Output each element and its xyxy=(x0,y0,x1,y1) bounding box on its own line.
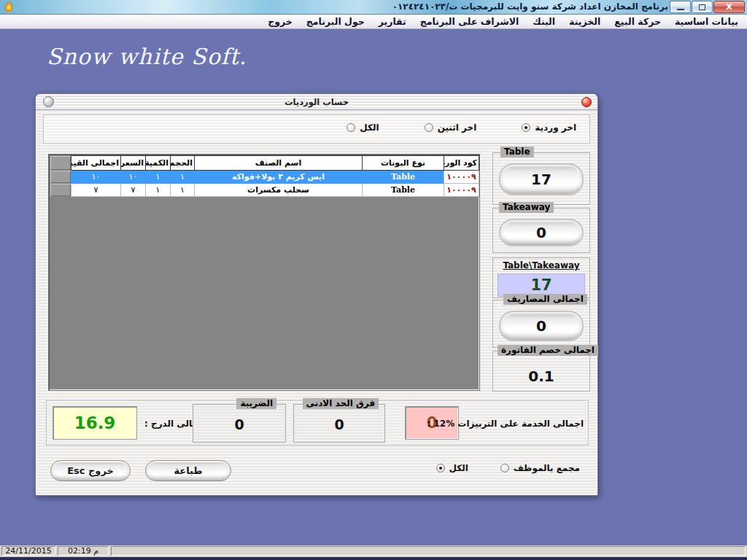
col-record-selector xyxy=(50,156,71,171)
radio-grouped-by-employee[interactable]: مجمع بالموظف xyxy=(500,463,580,473)
menu-item-treasury[interactable]: الخزينة xyxy=(569,16,600,27)
invoice-discount-value: 0.1 xyxy=(493,368,589,385)
menu-item-about[interactable]: حول البرنامج xyxy=(306,16,365,27)
table-header-row: كود الوردية نوع البونات اسم الصنف الحجم … xyxy=(50,156,479,171)
window-title: برنامج المخازن اعداد شركة سنو وايت للبرم… xyxy=(392,1,668,12)
radio-icon xyxy=(347,123,355,132)
expenses-label: اجمالى المصاريف xyxy=(503,294,587,305)
minimize-button[interactable] xyxy=(670,1,691,13)
radio-all-label: الكل xyxy=(360,122,379,133)
min-diff-value: 0 xyxy=(294,416,384,432)
col-shift-code: كود الوردية xyxy=(444,156,479,171)
cell-qty: ١ xyxy=(146,184,171,197)
radio-icon xyxy=(436,464,445,472)
app-flame-icon xyxy=(2,1,15,14)
table-total-group: Table 17 xyxy=(492,152,590,205)
takeaway-total-label: Takeaway xyxy=(499,202,554,213)
status-date: 24/11/2015 xyxy=(1,546,55,556)
radio-last-shift[interactable]: اخر وردية xyxy=(522,122,576,133)
cell-shift-code: ١٠٠٠٠٩ xyxy=(444,171,479,184)
os-titlebar: برنامج المخازن اعداد شركة سنو وايت للبرم… xyxy=(0,0,747,15)
print-button[interactable]: طباعة xyxy=(145,460,231,481)
combo-label: Table\Takeaway xyxy=(493,260,589,271)
cell-total: ٧ xyxy=(71,184,121,197)
takeaway-total-group: Takeaway 0 xyxy=(492,208,590,253)
cell-total: ١٠ xyxy=(71,171,121,184)
cell-record-selector xyxy=(50,184,71,197)
table-total-value: 17 xyxy=(499,163,584,195)
menu-item-reports[interactable]: تقارير xyxy=(379,16,406,27)
radio-footer-all[interactable]: الكل xyxy=(436,463,468,473)
menu-item-basic-data[interactable]: بيانات اساسية xyxy=(675,16,738,27)
col-price: السعر xyxy=(121,156,146,171)
brand-logo-text: Snow white Soft. xyxy=(47,44,247,69)
col-item-name: اسم الصنف xyxy=(195,156,363,171)
min-diff-group: فرق الحد الادنى 0 xyxy=(293,404,385,443)
table-row[interactable]: ١٠٠٠٠٩ Table ايس كريم ٣ بولا+فواكه ١ ١ ١… xyxy=(50,171,479,184)
cell-size: ١ xyxy=(171,171,195,184)
shift-filter-panel: اخر وردية اخر اثنين الكل xyxy=(43,114,590,144)
dialog-titlebar[interactable]: حساب الورديات xyxy=(36,94,597,110)
radio-last-shift-label: اخر وردية xyxy=(535,122,576,133)
table-takeaway-combo-group: Table\Takeaway 17 xyxy=(492,257,590,298)
radio-last-two-label: اخر اثنين xyxy=(438,122,477,133)
invoice-discount-label: اجمالى خصم الفاتورة xyxy=(498,345,598,356)
menu-item-sales[interactable]: حركة البيع xyxy=(614,16,661,27)
cell-price: ١٠ xyxy=(121,171,146,184)
col-size: الحجم xyxy=(171,156,195,171)
takeaway-total-value: 0 xyxy=(499,219,584,246)
tax-value: 0 xyxy=(193,416,285,432)
restore-button[interactable] xyxy=(692,1,713,13)
col-qty: الكمية xyxy=(146,156,171,171)
radio-icon xyxy=(522,123,530,132)
dialog-minimize-icon[interactable] xyxy=(43,96,54,107)
min-diff-label: فرق الحد الادنى xyxy=(303,398,379,409)
menu-item-bank[interactable]: البنك xyxy=(533,16,555,27)
status-bar: 24/11/2015 02:19 م xyxy=(0,545,747,557)
minimize-icon xyxy=(677,9,684,10)
cell-price: ٧ xyxy=(121,184,146,197)
col-voucher-type: نوع البونات xyxy=(363,156,444,171)
invoice-discount-group: اجمالى خصم الفاتورة 0.1 xyxy=(492,351,590,392)
cell-shift-code: ١٠٠٠٠٩ xyxy=(444,184,479,197)
bottom-edge-strip xyxy=(0,557,747,560)
tax-group: الضريبة 0 xyxy=(193,404,286,443)
radio-last-two-shifts[interactable]: اخر اثنين xyxy=(425,122,477,133)
close-button[interactable]: X xyxy=(713,1,745,13)
expenses-value: 0 xyxy=(499,311,584,341)
dialog-close-icon[interactable] xyxy=(581,97,592,107)
radio-icon xyxy=(500,464,509,472)
shifts-dialog: حساب الورديات اخر وردية اخر اثنين الكل xyxy=(35,93,598,496)
cell-voucher-type: Table xyxy=(363,171,444,184)
status-empty-panel xyxy=(111,546,746,556)
restore-icon xyxy=(699,4,705,10)
menu-bar: بيانات اساسية حركة البيع الخزينة البنك ا… xyxy=(0,15,747,29)
col-total-value: اجمالى القيمة xyxy=(71,156,121,171)
radio-footer-all-label: الكل xyxy=(449,463,468,473)
menu-item-supervision[interactable]: الاشراف على البرنامج xyxy=(420,16,519,27)
footer-radio-group: مجمع بالموظف الكل xyxy=(436,463,581,473)
cell-voucher-type: Table xyxy=(363,184,444,197)
expenses-total-group: اجمالى المصاريف 0 xyxy=(492,300,590,348)
table-total-label: Table xyxy=(500,147,534,158)
cell-record-selector xyxy=(50,171,71,184)
status-time: 02:19 م xyxy=(58,546,109,556)
cell-qty: ١ xyxy=(146,171,171,184)
summary-panel: 16.9 اجمالى الدرج : الضريبة 0 فرق الحد ا… xyxy=(46,400,589,446)
table-row[interactable]: ١٠٠٠٠٩ Table سحلب مكسرات ١ ١ ٧ ٧ xyxy=(50,184,479,197)
radio-icon xyxy=(425,123,433,132)
radio-all-shifts[interactable]: الكل xyxy=(347,122,379,133)
cell-size: ١ xyxy=(171,184,195,197)
dialog-title: حساب الورديات xyxy=(36,97,597,107)
menu-item-exit[interactable]: خروج xyxy=(268,16,293,27)
shift-items-table[interactable]: كود الوردية نوع البونات اسم الصنف الحجم … xyxy=(48,154,480,391)
cell-item-name: ايس كريم ٣ بولا+فواكه xyxy=(195,171,363,184)
radio-grouped-label: مجمع بالموظف xyxy=(514,463,580,473)
tax-label: الضريبة xyxy=(236,398,276,409)
drawer-total-value: 16.9 xyxy=(53,406,137,440)
exit-button[interactable]: خروج Esc xyxy=(50,460,131,481)
window-controls: X xyxy=(670,1,745,13)
service-total-label: اجمالى الخدمة على التربيزات %12 : xyxy=(427,419,584,429)
cell-item-name: سحلب مكسرات xyxy=(195,184,363,197)
